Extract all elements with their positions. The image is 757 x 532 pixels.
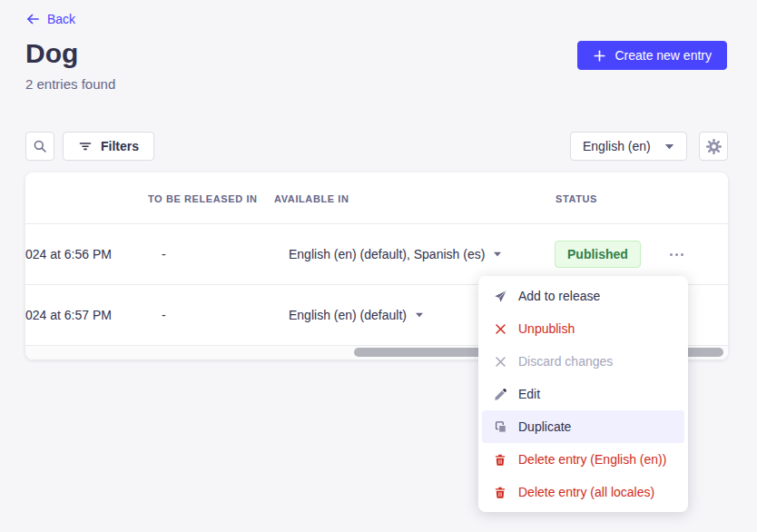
chevron-down-icon[interactable] bbox=[493, 251, 502, 257]
search-button[interactable] bbox=[25, 132, 54, 161]
table-header-row: TO BE RELEASED IN AVAILABLE IN STATUS bbox=[25, 172, 728, 224]
menu-item-label: Discard changes bbox=[518, 354, 613, 369]
cell-available-in: English (en) (default) bbox=[289, 285, 424, 345]
menu-item-delete-entry-locale[interactable]: Delete entry (English (en)) bbox=[482, 443, 684, 476]
chevron-down-icon[interactable] bbox=[415, 312, 424, 318]
available-in-value: English (en) (default) bbox=[289, 308, 407, 322]
gear-icon bbox=[706, 139, 722, 154]
pencil-icon bbox=[493, 387, 507, 401]
filter-icon bbox=[78, 139, 93, 153]
column-header-to-be-released-in: TO BE RELEASED IN bbox=[148, 172, 258, 224]
cell-to-be-released-in: - bbox=[162, 224, 166, 284]
back-link[interactable]: Back bbox=[25, 12, 75, 26]
toolbar: Filters English (en) bbox=[25, 132, 728, 161]
menu-item-unpublish[interactable]: Unpublish bbox=[482, 312, 684, 345]
locale-select-value: English (en) bbox=[583, 139, 651, 153]
menu-item-delete-entry-all-locales[interactable]: Delete entry (all locales) bbox=[482, 476, 684, 508]
cross-icon bbox=[493, 321, 507, 336]
chevron-down-icon bbox=[664, 143, 674, 150]
duplicate-icon bbox=[493, 419, 507, 434]
menu-item-label: Delete entry (all locales) bbox=[518, 485, 654, 499]
cell-updated-date: 024 at 6:57 PM bbox=[25, 285, 112, 345]
cell-available-in: English (en) (default), Spanish (es) bbox=[289, 224, 502, 284]
cell-to-be-released-in: - bbox=[162, 285, 166, 345]
available-in-value: English (en) (default), Spanish (es) bbox=[289, 247, 485, 261]
row-actions-menu: Add to release Unpublish Discard changes bbox=[478, 276, 688, 512]
menu-item-edit[interactable]: Edit bbox=[482, 378, 684, 410]
locale-select[interactable]: English (en) bbox=[570, 132, 687, 161]
cross-icon bbox=[493, 354, 507, 369]
column-header-status: STATUS bbox=[555, 172, 597, 224]
page-title: Dog bbox=[25, 37, 78, 70]
page: Back Dog 2 entries found Create new entr… bbox=[0, 0, 757, 532]
menu-item-label: Delete entry (English (en)) bbox=[518, 452, 666, 467]
back-label: Back bbox=[47, 12, 75, 26]
filters-label: Filters bbox=[101, 139, 139, 153]
arrow-left-icon bbox=[25, 12, 40, 26]
trash-icon bbox=[493, 452, 507, 467]
menu-item-label: Edit bbox=[518, 387, 540, 401]
menu-item-label: Unpublish bbox=[518, 321, 575, 336]
settings-button[interactable] bbox=[699, 132, 728, 161]
ellipsis-icon bbox=[670, 253, 683, 256]
status-badge: Published bbox=[555, 241, 641, 268]
menu-item-label: Duplicate bbox=[518, 419, 571, 434]
cell-updated-date: 024 at 6:56 PM bbox=[25, 224, 112, 284]
create-new-entry-button[interactable]: Create new entry bbox=[577, 41, 727, 70]
column-header-available-in: AVAILABLE IN bbox=[274, 172, 349, 224]
trash-icon bbox=[493, 485, 507, 499]
menu-item-duplicate[interactable]: Duplicate bbox=[482, 410, 684, 443]
filters-button[interactable]: Filters bbox=[63, 132, 154, 161]
menu-item-label: Add to release bbox=[518, 289, 600, 303]
plus-icon bbox=[593, 49, 606, 63]
paper-plane-icon bbox=[493, 289, 507, 303]
entries-count: 2 entries found bbox=[25, 76, 115, 92]
search-icon bbox=[33, 139, 47, 153]
menu-item-discard-changes: Discard changes bbox=[482, 345, 684, 378]
create-new-entry-label: Create new entry bbox=[614, 48, 712, 63]
menu-item-add-to-release[interactable]: Add to release bbox=[482, 280, 684, 312]
